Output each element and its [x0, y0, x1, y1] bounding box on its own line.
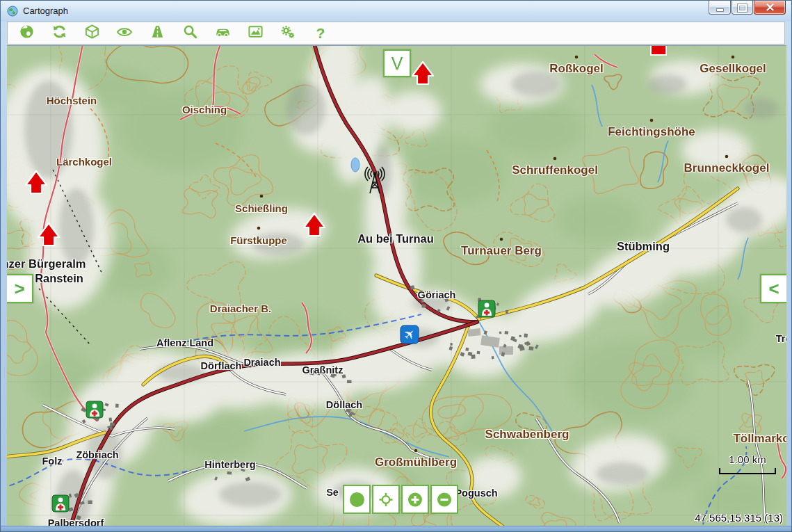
window-controls — [708, 1, 786, 15]
map-label-draiacher-b-: Draiacher B. — [210, 303, 271, 314]
red-box-marker[interactable] — [651, 46, 666, 55]
eye-icon — [116, 24, 133, 43]
toolbar-route-button[interactable] — [148, 24, 166, 42]
scale-bar: 1.00 km — [715, 453, 780, 478]
record-button[interactable] — [343, 485, 371, 514]
map-label-aflenz-land: Aflenz Land — [156, 337, 213, 348]
map-label-schießling: Schießling — [235, 202, 288, 214]
map-label-großmühlberg: Großmühlberg — [375, 456, 457, 469]
locate-button[interactable] — [372, 485, 400, 514]
map-label-turnauer-berg: Turnauer Berg — [461, 244, 542, 258]
map-label-göriach: Göriach — [418, 289, 456, 300]
window-bottom-border — [1, 526, 791, 531]
map-label-roßkogel: Roßkogel — [549, 62, 603, 76]
toolbar: ? — [7, 22, 785, 45]
minimize-button[interactable] — [709, 1, 731, 15]
map-label-brunneckkogel: Brunneckkogel — [684, 161, 770, 175]
map-label-pogusch: Pogusch — [455, 487, 497, 499]
app-icon — [7, 6, 18, 17]
route-icon — [149, 24, 165, 42]
3d-view-icon — [84, 24, 100, 42]
map-label-se: Se — [326, 487, 339, 498]
zoom-out-icon — [436, 491, 453, 508]
help-icon: ? — [316, 26, 325, 41]
map-label-zöbriach: Zöbriach — [76, 449, 118, 460]
maximize-icon — [738, 4, 747, 12]
map-label-hinterberg: Hinterberg — [204, 459, 255, 470]
map-label-folz: Folz — [42, 456, 63, 467]
coordinates-readout: 47.565,15.315 (13) — [695, 512, 783, 524]
map-label-gesellkogel: Gesellkogel — [700, 62, 766, 76]
map-label-höchstein: Höchstein — [47, 95, 97, 106]
doctor-marker[interactable] — [86, 401, 103, 418]
locate-icon — [378, 490, 394, 509]
map-label-lärchkogel: Lärchkogel — [56, 156, 112, 168]
map-label-fürstkuppe: Fürstkuppe — [230, 234, 287, 246]
image-icon — [248, 24, 264, 42]
toolbar-3d-view-button[interactable] — [83, 24, 101, 42]
maximize-button[interactable] — [732, 1, 753, 15]
zoom-in-button[interactable] — [401, 485, 429, 514]
toolbar-globe-button[interactable] — [17, 24, 35, 42]
close-button[interactable] — [754, 1, 786, 15]
airport-marker[interactable]: ✈ — [400, 325, 419, 344]
toolbar-car-button[interactable] — [213, 24, 232, 42]
search-icon — [182, 24, 198, 42]
refresh-icon — [51, 24, 67, 42]
record-icon — [350, 492, 364, 507]
close-icon — [766, 3, 774, 11]
doctor-marker[interactable] — [478, 300, 495, 317]
doctor-marker[interactable] — [52, 495, 69, 512]
scale-bar-graphic — [718, 467, 777, 476]
map-label-dörflach: Dörflach — [201, 360, 242, 371]
map-labels-layer: HöchsteinOischingRoßkogelGesellkogelLärc… — [7, 46, 786, 528]
map-label-oisching: Oisching — [182, 104, 227, 115]
toolbar-eye-button[interactable] — [115, 24, 134, 42]
map-label-feichtingshöhe: Feichtingshöhe — [608, 125, 695, 139]
panel-toggle-left-button[interactable]: > — [7, 274, 33, 303]
settings-icon — [280, 24, 296, 43]
window-title: Cartograph — [23, 6, 68, 16]
map-label-stübming: Stübming — [617, 240, 670, 253]
toolbar-help-button[interactable]: ? — [312, 24, 330, 42]
toolbar-refresh-button[interactable] — [50, 24, 68, 42]
map-label-ranstein: Ranstein — [35, 272, 83, 285]
map-label-tro: Tro — [776, 333, 786, 344]
zoom-in-icon — [407, 491, 423, 508]
map-label-nzer-bürgeralm: nzer Bürgeralm — [7, 257, 86, 271]
map-viewport[interactable]: HöchsteinOischingRoßkogelGesellkogelLärc… — [7, 45, 786, 528]
map-label-draiach: Draiach — [243, 357, 280, 368]
zoom-out-button[interactable] — [430, 485, 458, 514]
toolbar-image-button[interactable] — [246, 24, 264, 42]
map-label-schwabenberg: Schwabenberg — [485, 428, 569, 442]
globe-icon — [19, 24, 35, 42]
app-window: Cartograph ? HöchsteinOischingRoßkogelGe… — [0, 0, 792, 532]
map-label-döllach: Döllach — [326, 399, 362, 410]
car-icon — [214, 23, 232, 43]
panel-toggle-top-button[interactable]: V — [383, 49, 411, 77]
map-control-row — [343, 485, 458, 514]
map-label-graßnitz: Graßnitz — [302, 364, 344, 376]
scale-label: 1.00 km — [715, 453, 780, 465]
toolbar-search-button[interactable] — [181, 24, 199, 42]
map-label-töllmarko: Töllmarko — [733, 432, 786, 446]
map-label-schruffenkogel: Schruffenkogel — [512, 163, 598, 177]
minimize-icon — [717, 9, 723, 11]
titlebar[interactable]: Cartograph — [1, 1, 791, 22]
panel-toggle-right-button[interactable]: < — [760, 274, 786, 303]
toolbar-settings-button[interactable] — [279, 24, 297, 42]
map-label-au-bei-turnau: Au bei Turnau — [357, 232, 434, 245]
